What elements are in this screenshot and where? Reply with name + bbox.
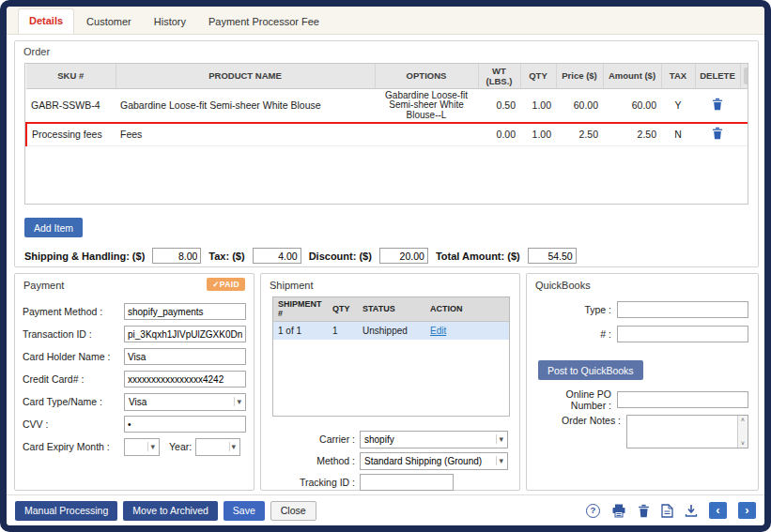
tax-input[interactable] — [253, 248, 301, 264]
discount-label: Discount: ($) — [309, 251, 372, 262]
tab-history[interactable]: History — [144, 10, 196, 34]
tab-bar: Details Customer History Payment Process… — [7, 7, 764, 35]
printer-icon — [611, 504, 626, 518]
add-item-button[interactable]: Add Item — [24, 218, 83, 237]
total-amount-input[interactable] — [528, 248, 577, 264]
chevron-down-icon: ▾ — [234, 397, 243, 406]
qb-number-label: # : — [534, 328, 611, 340]
transaction-id-label: Transaction ID : — [23, 328, 120, 340]
col-shipment-number: SHIPMENT # — [273, 297, 328, 321]
col-tax: TAX — [661, 64, 695, 88]
col-shipment-status: STATUS — [358, 297, 425, 321]
method-row: Method : Standard Shipping (Ground) ▾ — [272, 451, 508, 470]
delete-item-button[interactable] — [712, 98, 723, 111]
transaction-id-input[interactable] — [124, 326, 246, 342]
tracking-id-input[interactable] — [360, 474, 454, 491]
help-button[interactable]: ? — [586, 504, 600, 518]
shipping-handling-input[interactable] — [152, 248, 201, 264]
payment-method-row: Payment Method : — [23, 302, 246, 321]
download-button[interactable] — [685, 504, 698, 517]
print-button[interactable] — [611, 504, 626, 518]
chevron-down-icon: ▾ — [229, 442, 239, 451]
qb-number-input[interactable] — [617, 326, 748, 342]
sku-cell: GABR-SSWB-4 — [26, 88, 116, 123]
card-type-row: Card Type/Name : Visa ▾ — [23, 392, 246, 411]
tracking-id-label: Tracking ID : — [272, 477, 355, 488]
col-weight: WT (LBS.) — [478, 64, 520, 88]
delete-order-button[interactable] — [638, 504, 650, 518]
tax-cell: Y — [661, 88, 695, 123]
expiry-year-label: Year: — [169, 441, 192, 452]
shipment-panel-title: Shipment — [270, 280, 313, 291]
download-icon — [685, 504, 698, 517]
cvv-input[interactable] — [124, 416, 246, 433]
card-holder-label: Card Holder Name : — [23, 351, 120, 362]
trash-icon — [638, 504, 650, 518]
edit-shipment-link[interactable]: Edit — [430, 326, 446, 336]
shipping-method-select[interactable]: Standard Shipping (Ground) ▾ — [360, 452, 508, 470]
carrier-row: Carrier : shopify ▾ — [272, 430, 508, 448]
qb-type-input[interactable] — [617, 301, 748, 318]
payment-method-input[interactable] — [124, 303, 246, 320]
col-amount: Amount ($) — [603, 64, 661, 88]
tab-details[interactable]: Details — [18, 8, 74, 34]
previous-order-button[interactable]: ‹ — [709, 502, 727, 519]
total-amount-label: Total Amount: ($) — [436, 251, 520, 262]
payment-method-label: Payment Method : — [23, 306, 120, 317]
qb-type-label: Type : — [534, 304, 611, 315]
card-type-select[interactable]: Visa ▾ — [124, 393, 246, 411]
export-document-button[interactable] — [661, 504, 673, 518]
delete-item-button[interactable] — [712, 127, 723, 140]
scroll-up-icon[interactable]: ˄ — [741, 417, 745, 423]
order-notes-textarea[interactable]: ˄ ˅ — [626, 415, 748, 448]
notes-scrollbar[interactable]: ˄ ˅ — [737, 416, 748, 448]
tax-label: Tax: ($) — [208, 251, 244, 262]
card-holder-row: Card Holder Name : — [23, 347, 246, 366]
card-expiry-label: Card Expiry Month : — [23, 441, 120, 452]
credit-card-input[interactable] — [124, 371, 246, 388]
manual-processing-button[interactable]: Manual Processing — [15, 501, 117, 521]
tab-customer[interactable]: Customer — [76, 10, 142, 34]
discount-input[interactable] — [379, 248, 428, 264]
col-product-name: PRODUCT NAME — [116, 64, 375, 88]
col-shipment-action: ACTION — [425, 297, 510, 321]
shipment-action-cell: Edit — [425, 321, 510, 340]
chevron-left-icon: ‹ — [716, 504, 719, 516]
footer-icons: ? — [586, 502, 756, 519]
online-po-label: Online PO Number : — [534, 388, 611, 411]
post-to-quickbooks-button[interactable]: Post to QuickBooks — [538, 360, 643, 380]
close-button[interactable]: Close — [270, 501, 316, 521]
trash-icon — [712, 127, 723, 140]
order-notes-label: Order Notes : — [534, 415, 621, 426]
order-items-table: SKU # PRODUCT NAME OPTIONS WT (LBS.) QTY… — [25, 64, 748, 146]
online-po-input[interactable] — [617, 391, 748, 408]
sku-cell: Processing fees — [26, 123, 116, 146]
weight-cell: 0.50 — [478, 88, 520, 123]
options-text: Gabardine Loose-fit Semi-sheer White Blo… — [379, 91, 473, 120]
tax-cell: N — [661, 123, 695, 146]
amount-cell: 2.50 — [603, 123, 661, 146]
credit-card-label: Credit Card# : — [23, 373, 120, 385]
tab-payment-processor-fee[interactable]: Payment Processor Fee — [198, 10, 330, 34]
scroll-down-icon[interactable]: ˅ — [741, 440, 745, 447]
delete-cell — [695, 123, 740, 146]
payment-panel-title: Payment — [23, 280, 64, 291]
order-notes-row: Order Notes : ˄ ˅ — [534, 415, 748, 448]
qty-cell: 1.00 — [520, 123, 556, 146]
shipping-handling-label: Shipping & Handling: ($) — [24, 251, 145, 262]
chevron-down-icon: ▾ — [496, 456, 505, 465]
carrier-select[interactable]: shopify ▾ — [360, 431, 508, 448]
trash-icon — [712, 98, 723, 111]
quickbooks-panel-title: QuickBooks — [535, 280, 591, 291]
save-button[interactable]: Save — [224, 501, 265, 521]
move-to-archived-button[interactable]: Move to Archived — [123, 501, 218, 521]
delete-cell — [695, 88, 740, 123]
options-cell: Gabardine Loose-fit Semi-sheer White Blo… — [375, 88, 478, 123]
expiry-year-select[interactable]: ▾ — [195, 438, 240, 456]
card-holder-input[interactable] — [124, 348, 246, 365]
order-section: Order SKU # PRODUCT NAME OPTIONS WT (LBS… — [14, 40, 759, 267]
col-shipment-qty: QTY — [328, 297, 358, 321]
expiry-month-select[interactable]: ▾ — [124, 438, 160, 456]
next-order-button[interactable]: › — [738, 502, 756, 519]
table-scrollbar[interactable] — [740, 64, 748, 88]
